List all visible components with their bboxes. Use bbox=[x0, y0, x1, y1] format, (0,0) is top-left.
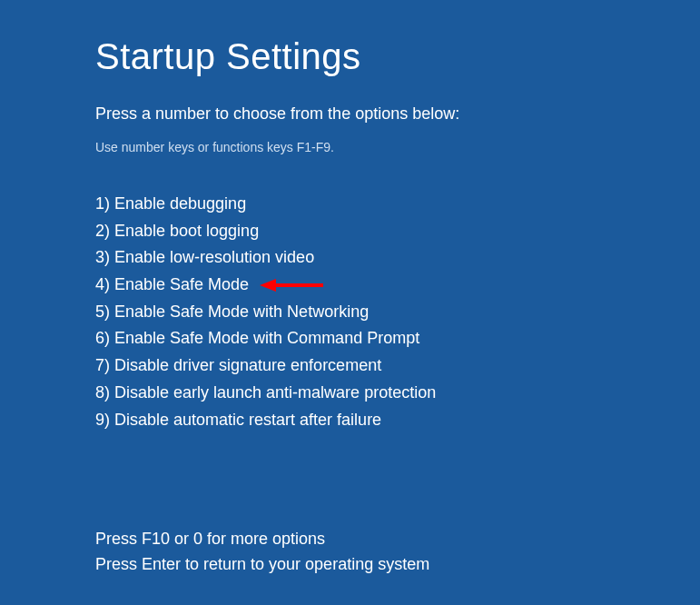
footer-more-options: Press F10 or 0 for more options bbox=[95, 527, 429, 552]
option-item[interactable]: 1) Enable debugging bbox=[95, 191, 700, 218]
option-item[interactable]: 4) Enable Safe Mode bbox=[95, 272, 700, 299]
option-item[interactable]: 2) Enable boot logging bbox=[95, 218, 700, 245]
option-label: 5) Enable Safe Mode with Networking bbox=[95, 299, 369, 326]
option-item[interactable]: 9) Disable automatic restart after failu… bbox=[95, 407, 700, 434]
option-label: 4) Enable Safe Mode bbox=[95, 272, 249, 299]
startup-settings-screen: Startup Settings Press a number to choos… bbox=[0, 0, 700, 433]
option-label: 6) Enable Safe Mode with Command Prompt bbox=[95, 325, 419, 352]
option-item[interactable]: 8) Disable early launch anti-malware pro… bbox=[95, 380, 700, 407]
option-item[interactable]: 3) Enable low-resolution video bbox=[95, 244, 700, 272]
page-title: Startup Settings bbox=[95, 36, 700, 77]
option-label: 8) Disable early launch anti-malware pro… bbox=[95, 380, 436, 407]
option-label: 7) Disable driver signature enforcement bbox=[95, 352, 381, 380]
footer-return: Press Enter to return to your operating … bbox=[95, 552, 429, 578]
option-label: 2) Enable boot logging bbox=[95, 218, 259, 245]
option-label: 9) Disable automatic restart after failu… bbox=[95, 407, 381, 434]
option-item[interactable]: 7) Disable driver signature enforcement bbox=[95, 352, 700, 380]
option-label: 3) Enable low-resolution video bbox=[95, 244, 314, 272]
hint-text: Use number keys or functions keys F1-F9. bbox=[95, 140, 700, 154]
options-list: 1) Enable debugging 2) Enable boot loggi… bbox=[95, 191, 700, 433]
option-label: 1) Enable debugging bbox=[95, 191, 246, 218]
highlight-arrow-icon bbox=[260, 276, 323, 294]
option-item[interactable]: 5) Enable Safe Mode with Networking bbox=[95, 299, 700, 326]
footer: Press F10 or 0 for more options Press En… bbox=[95, 527, 429, 578]
option-item[interactable]: 6) Enable Safe Mode with Command Prompt bbox=[95, 325, 700, 352]
svg-marker-1 bbox=[260, 279, 276, 292]
instruction-text: Press a number to choose from the option… bbox=[95, 104, 700, 124]
